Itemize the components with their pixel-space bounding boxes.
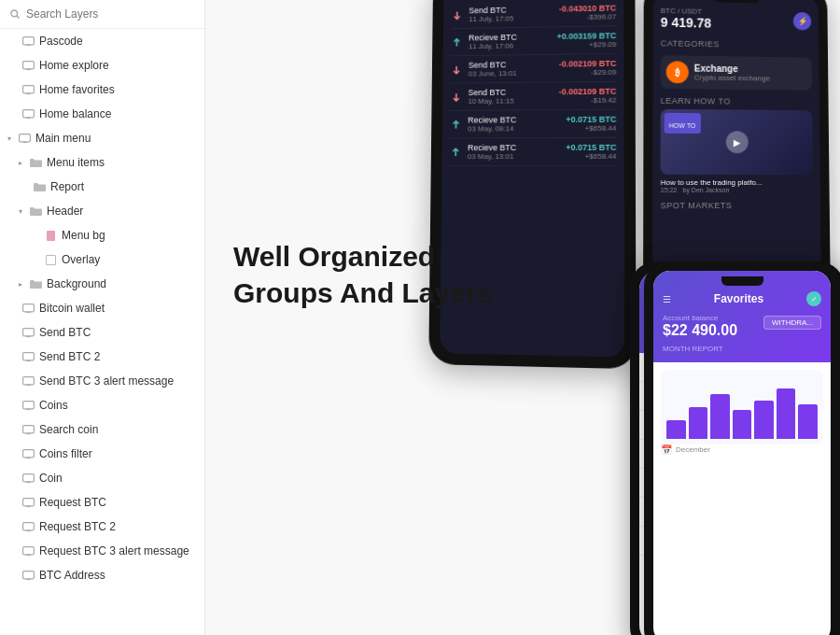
tx-name: Recieve BTC <box>468 143 560 152</box>
phone4-notch <box>721 276 763 286</box>
sidebar-item-send-btc-2[interactable]: Send BTC 2 <box>0 345 204 369</box>
headline: Well Organized Groups And Layers <box>233 238 492 311</box>
sidebar-item-send-btc-3[interactable]: Send BTC 3 alert message <box>0 369 204 393</box>
sidebar-item-pascode[interactable]: Pascode <box>0 29 204 53</box>
sidebar-item-send-btc[interactable]: Send BTC <box>0 320 204 345</box>
monitor-icon <box>21 302 35 315</box>
tx-date: 11 July, 17:05 <box>469 14 553 23</box>
sidebar-item-btc-address[interactable]: BTC Address <box>0 563 204 587</box>
sidebar-item-label: Report <box>50 180 197 193</box>
sidebar-item-request-btc-3[interactable]: Request BTC 3 alert message <box>0 539 204 563</box>
sidebar-item-coin[interactable]: Coin <box>0 466 204 490</box>
sidebar-item-search-coin[interactable]: Search coin <box>0 417 204 442</box>
tx-arrow-icon <box>450 118 463 131</box>
sidebar-item-menu-bg[interactable]: Menu bg <box>0 223 204 247</box>
sidebar-list: Pascode Home explore Home favorites Home… <box>0 29 204 587</box>
tx-btc: +0.0715 BTC <box>566 143 616 152</box>
svg-rect-50 <box>22 571 34 578</box>
transaction-item: Recieve BTC 03 May, 08:14 +0.0715 BTC +$… <box>450 110 617 139</box>
monitor-icon <box>21 35 35 48</box>
sidebar-item-overlay[interactable]: Overlay <box>0 247 204 272</box>
sidebar-item-report[interactable]: Report <box>0 175 204 199</box>
chevron-icon: ▾ <box>7 134 11 143</box>
tx-date: 03 June, 13:01 <box>469 69 553 78</box>
sidebar-item-label: Overlay <box>62 253 197 266</box>
sidebar-item-label: Home favorites <box>39 83 197 96</box>
folder-icon <box>29 156 42 169</box>
sidebar-item-coins-filter[interactable]: Coins filter <box>0 442 204 466</box>
phone4-screen: ☰ Favorites ✓ Account balance $22 490.00… <box>653 271 831 635</box>
phone4-calendar-icon: 📅 <box>661 444 672 455</box>
monitor-icon <box>21 472 35 485</box>
phone3-exchange-info: Exchange Crypto asset exchange <box>694 64 806 83</box>
tx-date: 11 July, 17:06 <box>469 41 552 50</box>
sidebar-item-label: Menu bg <box>62 229 197 242</box>
phone4-top: ☰ Favorites ✓ <box>663 289 821 308</box>
svg-rect-29 <box>22 401 34 408</box>
search-bar[interactable] <box>0 0 204 29</box>
svg-point-0 <box>11 10 18 17</box>
monitor-icon <box>21 399 35 412</box>
phone3-exchange-logo: ₿ <box>666 61 689 83</box>
phone4-content: 📅 December <box>653 362 831 635</box>
monitor-icon <box>21 59 35 72</box>
phone3-play-button[interactable]: ▶ <box>726 131 749 153</box>
transaction-item: Send BTC 11 July, 17:05 -0.043010 BTC -$… <box>451 0 617 29</box>
monitor-icon <box>21 496 35 509</box>
svg-rect-5 <box>22 61 34 68</box>
monitor-icon <box>21 350 35 363</box>
tx-usd: -$19.42 <box>559 96 617 105</box>
tx-info: Send BTC 11 July, 17:05 <box>469 5 553 23</box>
phone4-title: Favorites <box>677 292 801 305</box>
sidebar-item-menu-items[interactable]: ▸ Menu items <box>0 150 204 175</box>
phone3-video-sub: 15:22 by Den Jackson <box>661 187 813 193</box>
sidebar-item-main-menu[interactable]: ▾ Main menu <box>0 126 204 150</box>
svg-rect-23 <box>22 352 34 360</box>
search-input[interactable] <box>26 7 195 21</box>
monitor-icon <box>21 569 35 582</box>
sidebar-item-label: Menu items <box>47 156 197 169</box>
sidebar-item-home-explore[interactable]: Home explore <box>0 53 204 78</box>
monitor-icon <box>18 132 31 145</box>
phone4-withdraw-button[interactable]: WITHDRA... <box>763 316 821 330</box>
phone3-video-title: How to use the trading platfo... <box>661 178 813 187</box>
sidebar-item-label: Coins filter <box>39 447 197 460</box>
tx-name: Recieve BTC <box>468 115 560 124</box>
sidebar-item-coins[interactable]: Coins <box>0 393 204 417</box>
sidebar-item-bitcoin-wallet[interactable]: Bitcoin wallet <box>0 296 204 320</box>
phone3-rate: 9 419.78 <box>661 15 711 31</box>
transaction-item: Send BTC 03 June, 13:01 -0.002109 BTC -$… <box>450 54 616 84</box>
sidebar-item-label: BTC Address <box>39 569 197 582</box>
phone3-exchange-desc: Crypto asset exchange <box>694 74 806 83</box>
sidebar-item-label: Bitcoin wallet <box>39 302 197 315</box>
tx-arrow-icon <box>451 35 464 49</box>
sidebar-item-header[interactable]: ▾ Header <box>0 199 204 223</box>
tx-usd: -$396.07 <box>559 12 616 21</box>
svg-rect-32 <box>22 425 34 432</box>
sidebar-item-request-btc-2[interactable]: Request BTC 2 <box>0 515 204 539</box>
headline-text: Well Organized Groups And Layers <box>233 238 492 311</box>
sidebar-item-background[interactable]: ▸ Background <box>0 272 204 296</box>
phone3-video-info: How to use the trading platfo... 15:22 b… <box>652 175 819 197</box>
svg-rect-44 <box>22 522 34 529</box>
search-icon <box>9 8 21 20</box>
sidebar: Pascode Home explore Home favorites Home… <box>0 0 205 635</box>
tx-amount: +0.003159 BTC +$29.09 <box>557 31 617 49</box>
transaction-item: Recieve BTC 11 July, 17:06 +0.003159 BTC… <box>450 26 616 56</box>
sidebar-item-home-favorites[interactable]: Home favorites <box>0 78 204 102</box>
tx-btc: +0.0715 BTC <box>566 115 616 124</box>
sidebar-item-home-balance[interactable]: Home balance <box>0 102 204 126</box>
sidebar-item-label: Search coin <box>39 423 197 436</box>
sidebar-item-label: Request BTC 3 alert message <box>39 544 197 557</box>
phone3-how-to-badge: HOW TO <box>665 113 701 134</box>
tx-arrow-icon <box>449 146 462 159</box>
monitor-icon <box>21 107 35 120</box>
sidebar-item-request-btc[interactable]: Request BTC <box>0 490 204 515</box>
chart-bar <box>733 410 752 439</box>
tx-info: Recieve BTC 11 July, 17:06 <box>469 32 552 50</box>
svg-rect-2 <box>22 36 34 44</box>
phone4-calendar-text: December <box>676 445 710 454</box>
phone4-check-icon: ✓ <box>806 291 821 306</box>
phone3-exchange-card: ₿ Exchange Crypto asset exchange <box>661 55 812 91</box>
pink-rect-icon <box>47 231 55 241</box>
